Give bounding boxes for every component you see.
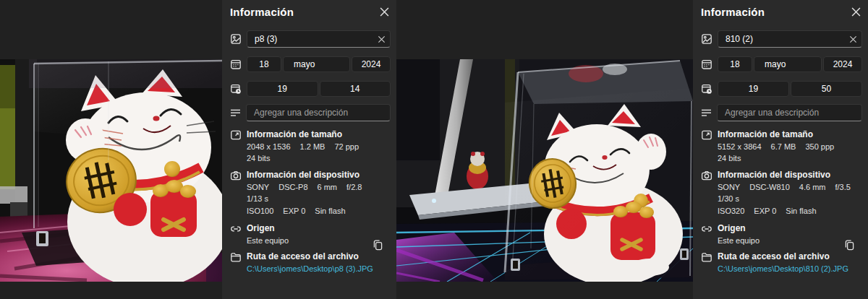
- size-section-label: Información de tamaño: [247, 129, 391, 140]
- device-model: DSC-W810: [749, 181, 790, 193]
- path-section-label: Ruta de acceso del archivo: [718, 251, 862, 262]
- time-picker: 19 14: [247, 81, 391, 97]
- file-path-link[interactable]: C:\Users\jomes\Desktop\p8 (3).JPG: [247, 263, 391, 274]
- size-bit-depth: 24 bits: [247, 152, 270, 164]
- time-hour[interactable]: 19: [718, 81, 789, 97]
- time-hour[interactable]: 19: [247, 81, 318, 97]
- calendar-clock-icon: [230, 83, 242, 95]
- origin-value: Este equipo: [718, 235, 760, 246]
- folder-icon: [230, 251, 242, 263]
- device-focal-length: 4.6 mm: [799, 181, 826, 193]
- file-path-link[interactable]: C:\Users\jomes\Desktop\810 (2).JPG: [718, 263, 862, 274]
- origin-value: Este equipo: [247, 235, 289, 246]
- page-title: Información: [701, 6, 765, 18]
- clear-filename-icon[interactable]: [376, 34, 387, 45]
- device-section-label: Información del dispositivo: [247, 169, 391, 181]
- clear-filename-icon[interactable]: [848, 34, 859, 45]
- description-input[interactable]: [717, 104, 862, 121]
- close-icon[interactable]: [378, 6, 391, 18]
- folder-icon: [701, 251, 712, 263]
- photos-app: Información: [0, 0, 868, 299]
- date-picker: 18 mayo 2024: [247, 56, 391, 72]
- device-exposure: EXP 0: [283, 205, 305, 217]
- device-aperture: f/2.8: [346, 181, 362, 193]
- link-icon: [230, 223, 242, 235]
- device-make: SONY: [718, 181, 740, 193]
- page-title: Información: [230, 6, 294, 18]
- device-exposure: EXP 0: [754, 205, 776, 217]
- image-icon: [701, 33, 712, 45]
- date-picker: 18 mayo 2024: [718, 56, 862, 72]
- device-focal-length: 6 mm: [318, 181, 338, 193]
- size-resolution: 350 ppp: [805, 141, 834, 152]
- camera-icon: [230, 170, 242, 181]
- size-dimensions: 5152 x 3864: [718, 141, 762, 152]
- time-minute[interactable]: 14: [320, 81, 391, 97]
- time-minute[interactable]: 50: [791, 81, 862, 97]
- image-icon: [230, 33, 242, 45]
- calendar-clock-icon: [701, 83, 712, 95]
- device-model: DSC-P8: [278, 181, 307, 193]
- device-flash: Sin flash: [315, 205, 345, 217]
- size-file-size: 1.2 MB: [300, 141, 326, 152]
- size-file-size: 6.7 MB: [771, 141, 796, 152]
- date-month[interactable]: mayo: [754, 56, 822, 72]
- filename-input[interactable]: [718, 30, 862, 48]
- device-shutter: 1/13 s: [247, 193, 268, 204]
- device-shutter: 1/30 s: [718, 193, 739, 204]
- calendar-icon: [701, 58, 712, 70]
- date-month[interactable]: mayo: [283, 56, 350, 72]
- camera-icon: [701, 170, 712, 181]
- path-section-label: Ruta de acceso del archivo: [247, 251, 391, 262]
- size-bit-depth: 24 bits: [718, 152, 741, 164]
- photo-viewer-right[interactable]: [396, 0, 693, 299]
- size-dimensions: 2048 x 1536: [247, 141, 291, 152]
- date-year[interactable]: 2024: [823, 56, 862, 72]
- photo-p8-3[interactable]: [0, 59, 222, 282]
- size-section-label: Información de tamaño: [718, 129, 862, 140]
- copy-icon[interactable]: [370, 238, 385, 252]
- description-input[interactable]: [246, 104, 391, 121]
- size-resolution: 72 ppp: [334, 141, 359, 152]
- maneki-neko-photo-wide: [396, 59, 693, 282]
- calendar-icon: [230, 58, 242, 70]
- filename-input[interactable]: [247, 30, 391, 48]
- device-aperture: f/3.5: [835, 181, 851, 193]
- device-section-label: Información del dispositivo: [718, 169, 862, 181]
- device-iso: ISO320: [718, 205, 744, 217]
- photo-viewer-left[interactable]: [0, 0, 222, 299]
- text-lines-icon: [230, 108, 241, 118]
- info-panel-left: Información: [222, 0, 396, 299]
- close-icon[interactable]: [850, 6, 862, 18]
- link-icon: [701, 223, 712, 235]
- image-size-icon: [701, 129, 712, 141]
- date-day[interactable]: 18: [247, 56, 281, 72]
- date-day[interactable]: 18: [718, 56, 752, 72]
- device-make: SONY: [247, 181, 269, 193]
- device-iso: ISO100: [247, 205, 273, 217]
- device-flash: Sin flash: [786, 205, 816, 217]
- photo-810-2[interactable]: [396, 59, 693, 282]
- info-panel-right: Información: [693, 0, 868, 299]
- origin-section-label: Origen: [718, 222, 862, 234]
- copy-icon[interactable]: [842, 238, 856, 252]
- origin-section-label: Origen: [247, 222, 391, 234]
- time-picker: 19 50: [718, 81, 862, 97]
- date-year[interactable]: 2024: [352, 56, 391, 72]
- text-lines-icon: [701, 108, 712, 118]
- image-size-icon: [230, 129, 242, 141]
- maneki-neko-photo-closeup: [0, 59, 222, 282]
